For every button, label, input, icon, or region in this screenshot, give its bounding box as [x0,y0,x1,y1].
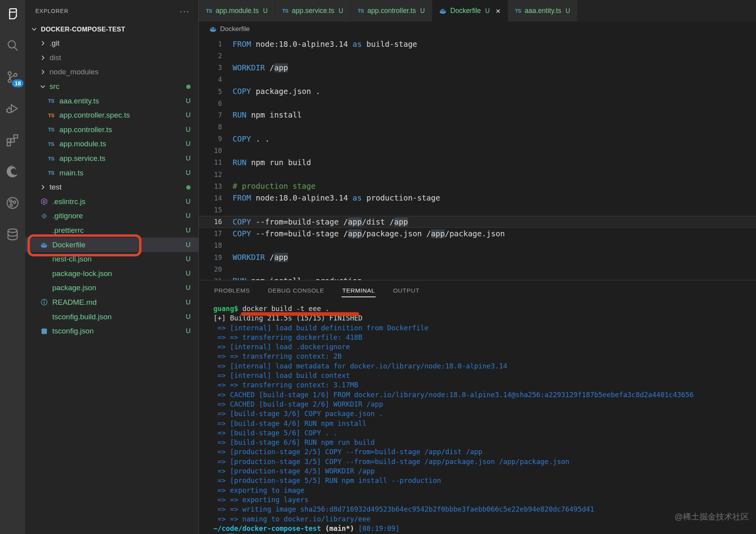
git-untracked-badge: U [186,140,191,148]
tree-item-package-lock-json[interactable]: package-lock.jsonU [25,267,198,281]
ts-blue-icon: TS [358,8,364,14]
tree-item-main-ts[interactable]: TSmain.tsU [25,166,198,180]
line-number: 16 [199,218,233,226]
line-number: 12 [199,171,233,179]
activity-search-icon[interactable] [6,39,20,53]
code-line-9: 9COPY . . [199,133,756,145]
tab-bar: TSapp.module.tsUTSapp.service.tsUTSapp.c… [199,0,756,22]
tree-item--gitignore[interactable]: .gitignoreU [25,209,198,223]
code-line-7: 7RUN npm install [199,109,756,121]
tree-item-aaa-entity-ts[interactable]: TSaaa.entity.tsU [25,94,198,108]
tree-item-label: app.controller.ts [59,125,183,134]
tree-item-tsconfig-build-json[interactable]: tsconfig.build.jsonU [25,309,198,324]
code-line-16: 16COPY --from=build-stage /app/dist /app [199,216,756,228]
code-line-11: 11RUN npm run build [199,157,756,168]
tree-item-app-service-ts[interactable]: TSapp.service.tsU [25,151,198,166]
editor-group: TSapp.module.tsUTSapp.service.tsUTSapp.c… [198,0,756,534]
line-number: 19 [199,254,233,261]
tree-item-app-controller-spec-ts[interactable]: TSapp.controller.spec.tsU [25,108,198,123]
panel-tab-debug-console[interactable]: DEBUG CONSOLE [267,282,325,300]
ts-blue-icon: TS [515,8,521,14]
tab-label: app.service.ts [292,7,334,15]
code-text: COPY --from=build-stage /app/package.jso… [233,229,505,238]
tree-item-test[interactable]: test [25,180,198,195]
tree-item-readme-md[interactable]: README.mdU [25,295,198,310]
tree-item-package-json[interactable]: package.jsonU [25,281,198,295]
tree-item-label: tsconfig.build.json [52,313,183,321]
activity-run-debug-icon[interactable] [6,101,20,116]
tree-item-label: .eslintrc.js [52,197,183,206]
git-modified-dot-badge [186,185,191,190]
tree-root-folder[interactable]: DOCKER-COMPOSE-TEST [25,22,198,36]
tab-app-controller-ts[interactable]: TSapp.controller.tsU [350,0,432,22]
ts-blue-icon: TS [46,127,56,133]
code-text: FROM node:18.0-alpine3.14 as production-… [233,193,440,203]
ts-blue-icon: TS [206,8,212,14]
tree-item-nest-cli-json[interactable]: nest-cli.jsonU [25,252,198,267]
activity-git-graph-icon[interactable] [6,196,20,210]
line-number: 8 [199,123,233,131]
code-line-14: 14FROM node:18.0-alpine3.14 as productio… [199,192,756,204]
tree-item-label: main.ts [59,169,183,177]
tree-item-label: .git [50,39,191,48]
tree-item-label: dist [50,53,191,62]
tree-item-dist[interactable]: dist [25,51,198,65]
docker-icon [39,241,49,249]
terminal-line-18: => [production-stage 4/5] WORKDIR /app [213,466,756,476]
close-icon[interactable]: × [495,7,500,15]
line-number: 2 [199,52,233,60]
git-untracked-badge: U [186,212,191,220]
line-number: 18 [199,241,233,249]
git-modified-dot-badge [186,85,191,89]
code-editor[interactable]: 1FROM node:18.0-alpine3.14 as build-stag… [199,36,756,280]
tab-label: Dockerfile [450,7,481,15]
ts-blue-icon: TS [46,156,56,162]
activity-edge-tools-icon[interactable] [6,164,20,179]
tab-app-service-ts[interactable]: TSapp.service.tsU [275,0,350,22]
more-actions-icon[interactable]: ··· [180,7,190,16]
info-icon [39,298,49,306]
line-number: 9 [199,135,233,143]
activity-explorer-icon[interactable] [6,7,20,21]
tree-item-dockerfile[interactable]: DockerfileU [25,238,198,252]
tree-item-src[interactable]: src [25,79,198,94]
terminal-line-17: => [production-stage 3/5] COPY --from=bu… [213,457,756,466]
tree-item-app-module-ts[interactable]: TSapp.module.tsU [25,137,198,151]
tree-item-app-controller-ts[interactable]: TSapp.controller.tsU [25,123,198,137]
panel-tab-output[interactable]: OUTPUT [392,282,420,300]
activity-database-icon[interactable] [6,227,20,241]
tree-item-node-modules[interactable]: node_modules [25,65,198,79]
tree-item--git[interactable]: .git [25,36,198,51]
activity-extensions-icon[interactable] [6,133,20,147]
terminal-line-6: => => transferring context: 2B [213,352,756,361]
breadcrumb[interactable]: Dockerfile [199,22,756,36]
tree-item-tsconfig-json[interactable]: tsconfig.jsonU [25,324,198,339]
tree-item--eslintrc-js[interactable]: .eslintrc.jsU [25,195,198,209]
terminal-line-9: => => transferring context: 3.17MB [213,380,756,390]
git-untracked-badge: U [186,270,191,278]
tab-dockerfile[interactable]: DockerfileU× [432,0,508,22]
tree-item-label: test [50,183,183,192]
git-untracked-badge: U [186,241,191,249]
code-line-18: 18 [199,239,756,251]
tree-item-label: app.controller.spec.ts [59,111,183,120]
tab-app-module-ts[interactable]: TSapp.module.tsU [199,0,275,22]
annotation-underlined-command: docker build -t eee . [242,305,329,313]
panel-tab-problems[interactable]: PROBLEMS [213,282,251,300]
activity-redis-a-icon[interactable] [6,259,20,273]
tab-aaa-entity-ts[interactable]: TSaaa.entity.tsU [508,0,578,22]
panel-tab-terminal[interactable]: TERMINAL [341,282,376,300]
tab-label: app.module.ts [216,7,259,15]
tree-item--prettierrc[interactable]: .prettierrcU [25,223,198,238]
code-line-19: 19WORKDIR /app [199,252,756,263]
tree-item-label: package.json [52,284,183,292]
activity-source-control-icon[interactable]: 18 [6,70,20,84]
tab-untracked-badge: U [263,7,268,15]
activity-redis-b-icon[interactable] [6,290,20,304]
line-number: 1 [199,40,233,48]
terminal[interactable]: guang$ docker build -t eee .[+] Building… [199,301,756,534]
code-line-15: 15 [199,204,756,216]
terminal-line-13: => [build-stage 4/6] RUN npm install [213,419,756,428]
git-icon [39,212,49,220]
line-number: 15 [199,206,233,214]
